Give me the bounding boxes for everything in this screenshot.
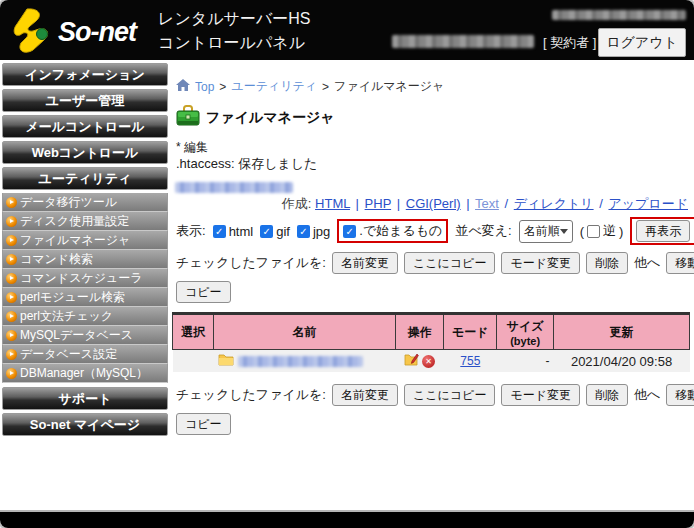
delete-icon[interactable]: ✕ (422, 355, 435, 368)
sidebar-item-command-scheduler[interactable]: コマンドスケジューラ (2, 269, 168, 288)
service-title: レンタルサーバーHS コントロールパネル (158, 7, 310, 55)
redacted-account-name (392, 35, 534, 48)
sidebar-item-user-management[interactable]: ユーザー管理 (2, 89, 168, 112)
sidebar-nav: インフォメーション ユーザー管理 メールコントロール Webコントロール ユーテ… (2, 63, 168, 439)
checkbox-checked-icon[interactable]: ✓ (297, 225, 310, 238)
sort-label: 並べ変え: (455, 222, 511, 240)
sidebar-item-file-manager[interactable]: ファイルマネージャ (2, 231, 168, 250)
row-select-cell (173, 350, 214, 373)
row-size-cell: - (497, 350, 554, 373)
checkbox-html[interactable]: ✓ html (213, 224, 254, 239)
footer-bar (0, 510, 694, 528)
arrow-bullet-icon (6, 216, 17, 227)
redacted-directory-link[interactable] (175, 182, 293, 193)
sidebar-item-sonet-mypage[interactable]: So-net マイページ (2, 413, 168, 436)
edit-icon[interactable] (404, 353, 419, 369)
create-text-link[interactable]: Text (475, 196, 499, 211)
checkbox-checked-icon[interactable]: ✓ (343, 225, 356, 238)
sidebar-item-perl-syntax-check[interactable]: perl文法チェック (2, 307, 168, 326)
delete-button[interactable]: 削除 (586, 252, 628, 274)
copy-here-button[interactable]: ここにコピー (404, 384, 495, 406)
create-bar: 作成: HTML | PHP | CGI(Perl) | Text / ディレク… (172, 195, 688, 213)
home-icon (176, 79, 190, 94)
arrow-bullet-icon (6, 273, 17, 284)
checkbox-gif[interactable]: ✓ gif (260, 224, 290, 239)
sidebar-item-disk-usage[interactable]: ディスク使用量設定 (2, 212, 168, 231)
create-directory-link[interactable]: ディレクトリ (514, 196, 594, 211)
copy-button[interactable]: コピー (176, 413, 231, 435)
logout-button[interactable]: ログアウト (598, 28, 686, 57)
checkbox-reverse[interactable] (587, 225, 600, 238)
arrow-bullet-icon (6, 349, 17, 360)
display-label: 表示: (176, 222, 206, 240)
sidebar-item-database-settings[interactable]: データベース設定 (2, 345, 168, 364)
sort-select[interactable]: 名前順 (519, 220, 573, 243)
move-button[interactable]: 移動 (666, 252, 694, 274)
sidebar-item-web-control[interactable]: Webコントロール (2, 141, 168, 164)
sidebar-item-utility[interactable]: ユーティリティ (2, 167, 168, 190)
copy-here-button[interactable]: ここにコピー (404, 252, 495, 274)
checkbox-checked-icon[interactable]: ✓ (260, 225, 273, 238)
checkbox-jpg[interactable]: ✓ jpg (297, 224, 330, 239)
mode-change-button[interactable]: モード変更 (501, 384, 580, 406)
row-name-cell (214, 350, 396, 373)
copy-button[interactable]: コピー (176, 281, 231, 303)
rename-button[interactable]: 名前変更 (332, 384, 398, 406)
checkbox-dotfiles[interactable]: ✓ .で始まるもの (343, 222, 442, 240)
sidebar-item-command-search[interactable]: コマンド検索 (2, 250, 168, 269)
account-role-label: [ 契約者 ] (543, 34, 596, 52)
mode-link[interactable]: 755 (460, 354, 480, 368)
refresh-button[interactable]: 再表示 (636, 220, 690, 242)
save-message: .htaccess: 保存しました (176, 155, 317, 173)
filter-bar: 表示: ✓ html ✓ gif ✓ jpg ✓ .で始まるもの 並べ変え: 名… (176, 217, 688, 245)
to-other-label: 他へ (634, 386, 660, 404)
breadcrumb-current: ファイルマネージャ (334, 78, 444, 95)
upload-link[interactable]: アップロード (608, 196, 688, 211)
breadcrumb-utility-link[interactable]: ユーティリティ (231, 78, 317, 95)
action-bar-bottom: チェックしたファイルを: 名前変更 ここにコピー モード変更 削除 他へ 移動 (176, 384, 688, 406)
redacted-file-name-link[interactable] (238, 356, 363, 367)
reverse-order-group: ( 逆 ) (580, 222, 624, 240)
arrow-bullet-icon (6, 330, 17, 341)
edit-note: * 編集 (176, 139, 208, 156)
arrow-bullet-icon (6, 311, 17, 322)
arrow-bullet-icon (6, 292, 17, 303)
col-name: 名前 (214, 314, 396, 350)
breadcrumb-separator: > (322, 80, 329, 94)
rename-button[interactable]: 名前変更 (332, 252, 398, 274)
sidebar-item-mysql-database[interactable]: MySQLデータベース (2, 326, 168, 345)
file-table: 選択 名前 操作 モード サイズ (byte) 更新 (172, 312, 690, 372)
redacted-header-text (552, 10, 686, 20)
sidebar-item-data-migration[interactable]: データ移行ツール (2, 193, 168, 212)
checkbox-checked-icon[interactable]: ✓ (213, 225, 226, 238)
breadcrumb-top-link[interactable]: Top (195, 80, 214, 94)
sidebar-item-mail-control[interactable]: メールコントロール (2, 115, 168, 138)
page-title: ファイルマネージャ (176, 105, 335, 130)
top-header-bar: So-net レンタルサーバーHS コントロールパネル [ 契約者 ] ログアウ… (0, 0, 694, 60)
sidebar-item-support[interactable]: サポート (2, 387, 168, 410)
chevron-down-icon (560, 229, 568, 234)
col-updated: 更新 (554, 314, 690, 350)
create-html-link[interactable]: HTML (315, 196, 350, 211)
sidebar-item-dbmanager[interactable]: DBManager（MySQL） (2, 364, 168, 383)
create-php-link[interactable]: PHP (365, 196, 392, 211)
col-ops: 操作 (395, 314, 444, 350)
move-button[interactable]: 移動 (666, 384, 694, 406)
row-ops-cell: ✕ (395, 350, 444, 373)
breadcrumb: Top > ユーティリティ > ファイルマネージャ (176, 78, 444, 95)
to-other-label: 他へ (634, 254, 660, 272)
mode-change-button[interactable]: モード変更 (501, 252, 580, 274)
sidebar-item-information[interactable]: インフォメーション (2, 63, 168, 86)
table-row: ✕ 755 - 2021/04/20 09:58 (173, 350, 690, 373)
create-cgi-link[interactable]: CGI(Perl) (406, 196, 461, 211)
table-header-row: 選択 名前 操作 モード サイズ (byte) 更新 (173, 314, 690, 350)
row-updated-cell: 2021/04/20 09:58 (554, 350, 690, 373)
arrow-bullet-icon (6, 197, 17, 208)
arrow-bullet-icon (6, 254, 17, 265)
delete-button[interactable]: 削除 (586, 384, 628, 406)
refresh-highlight-box: 再表示 (630, 217, 694, 245)
sidebar-item-perl-module-search[interactable]: perlモジュール検索 (2, 288, 168, 307)
col-select: 選択 (173, 314, 214, 350)
col-size: サイズ (byte) (497, 314, 554, 350)
checked-files-label: チェックしたファイルを: (176, 254, 326, 272)
